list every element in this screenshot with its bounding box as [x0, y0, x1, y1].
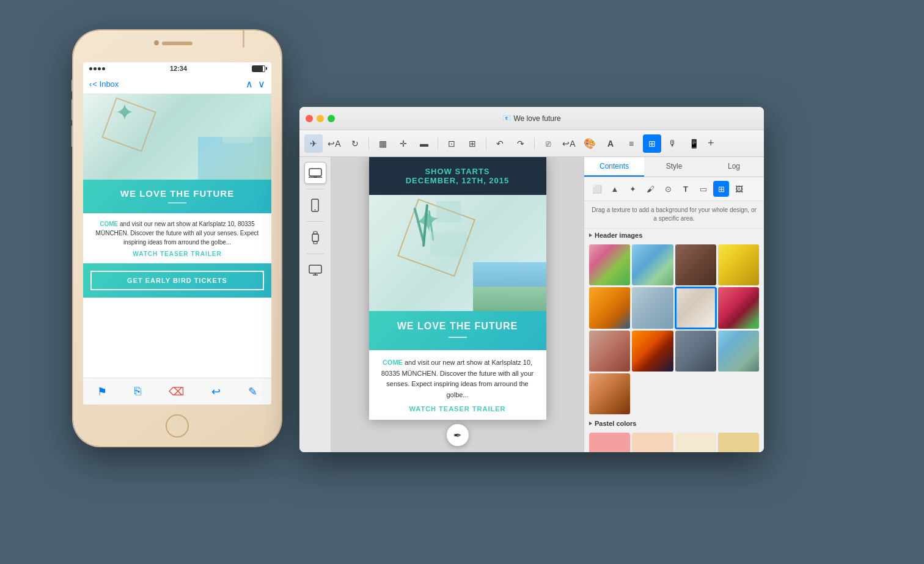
device-button[interactable]: 📱 [684, 134, 703, 153]
ground-section [473, 287, 546, 311]
fonts-button[interactable]: A [601, 134, 620, 153]
colors-button[interactable]: 🎨 [581, 134, 599, 153]
folder-icon[interactable]: ⎘ [134, 385, 141, 398]
flag-icon[interactable]: ⚑ [97, 385, 107, 398]
laptop-icon[interactable] [304, 162, 326, 184]
trash-icon[interactable]: ⌫ [169, 385, 184, 398]
align-button[interactable]: ✛ [394, 134, 413, 153]
pen-tool-button[interactable]: ✒ [447, 424, 469, 446]
email-nav-bar: ‹ < Inbox ∧ ∨ [83, 75, 271, 94]
close-button[interactable] [306, 115, 313, 122]
tv-icon[interactable] [304, 259, 326, 281]
rect-icon[interactable]: ⬜ [589, 181, 605, 197]
side-separator-1 [307, 189, 324, 189]
grid-button[interactable]: ⊞ [643, 134, 661, 153]
text-wrap-button[interactable]: ↩A [325, 134, 343, 153]
tab-style[interactable]: Style [644, 157, 704, 177]
redo-button[interactable]: ↻ [346, 134, 364, 153]
phone-toolbar: ⚑ ⎘ ⌫ ↩ ✎ [83, 378, 271, 405]
device-panel [299, 157, 331, 452]
image-thumb-pier[interactable] [675, 331, 716, 372]
bg-rect-1 [430, 232, 467, 256]
format-button[interactable]: ≡ [622, 134, 640, 153]
rotate-left-button[interactable]: ↶ [491, 134, 509, 153]
minimize-button[interactable] [317, 115, 324, 122]
iphone-speaker [162, 42, 193, 45]
star-icon[interactable]: ✦ [625, 181, 640, 197]
image-thumb-wood[interactable] [675, 244, 716, 285]
fullscreen-button[interactable] [328, 115, 335, 122]
phone-icon[interactable] [304, 194, 326, 216]
add-button[interactable]: + [708, 137, 714, 150]
swatch-cream[interactable] [675, 433, 716, 452]
color-swatch-grid [584, 430, 764, 452]
image-thumb-yellow[interactable] [718, 244, 759, 285]
signal-dot-2 [94, 67, 97, 70]
image-adjust-button[interactable]: ⎚ [539, 134, 557, 153]
landscape-overlay [198, 137, 271, 180]
camera-icon[interactable]: ⊙ [660, 181, 676, 197]
titlebar: 📧 We love future [299, 107, 764, 130]
canvas-body-section: COME and visit our new art show at Karls… [369, 350, 546, 420]
text-icon[interactable]: T [678, 181, 694, 197]
image-thumb-road[interactable] [632, 244, 673, 285]
watch-icon[interactable] [304, 227, 326, 249]
compose-icon[interactable]: ✎ [248, 385, 257, 398]
watch-teaser-link[interactable]: WATCH TEASER TRAILER [92, 251, 263, 257]
canvas-header: SHOW STARTS DECEMBER, 12TH, 2015 [369, 157, 546, 195]
battery-fill [252, 66, 263, 71]
reply-icon[interactable]: ↩ [211, 385, 221, 398]
sky-section [473, 262, 546, 287]
early-bird-button[interactable]: GET EARLY BIRD TICKETS [90, 271, 264, 290]
toolbar: ✈ ↩A ↻ ▦ ✛ ▬ ⊡ ⊞ ↶ ↷ ⎚ ↩A 🎨 A ≡ ⊞ 🎙 📱 + [299, 130, 764, 157]
bg-box-1 [222, 112, 253, 143]
canvas-watch-link[interactable]: WATCH TEASER TRAILER [379, 405, 537, 412]
iphone-camera [154, 40, 159, 45]
toolbar-separator-2 [438, 137, 438, 150]
status-bar: 12:34 [83, 62, 271, 75]
canvas-body-text: COME and visit our new art show at Karls… [379, 357, 537, 400]
toolbar-separator-3 [486, 137, 486, 150]
toolbar-separator-1 [369, 137, 369, 150]
back-arrange-button[interactable]: ⊡ [442, 134, 461, 153]
ruler-button[interactable]: ▬ [415, 134, 433, 153]
image-thumb-coast[interactable] [632, 287, 673, 328]
image-thumb-flowers[interactable] [589, 244, 630, 285]
image-thumb-ferris[interactable] [589, 287, 630, 328]
window-title: 📧 We love future [502, 114, 560, 123]
tab-log[interactable]: Log [704, 157, 764, 177]
swatch-peach[interactable] [632, 433, 673, 452]
image-icon[interactable]: 🖼 [731, 181, 747, 197]
image-thumb-desert[interactable] [589, 373, 630, 414]
swatch-yellow[interactable] [718, 433, 759, 452]
grid-active-icon[interactable]: ⊞ [713, 181, 729, 197]
back-button[interactable]: ‹ < Inbox [89, 79, 119, 89]
iphone-home-button[interactable] [166, 414, 189, 438]
section-triangle-icon [589, 233, 592, 237]
image-thumb-hands[interactable] [589, 331, 630, 372]
next-email-button[interactable]: ∨ [258, 78, 265, 90]
pastel-colors-section-label: Pastel colors [584, 417, 764, 430]
mic-button[interactable]: 🎙 [664, 134, 682, 153]
canvas-teal-section: WE LOVE THE FUTURE [369, 311, 546, 350]
send-button[interactable]: ✈ [304, 134, 323, 153]
image-thumb-tulips[interactable] [718, 287, 759, 328]
prev-email-button[interactable]: ∧ [246, 78, 253, 90]
iphone-silent-button [72, 79, 73, 92]
canvas-show-date: DECEMBER, 12TH, 2015 [379, 176, 537, 185]
frame-icon[interactable]: ▭ [695, 181, 711, 197]
image-thumb-dock[interactable] [718, 331, 759, 372]
image-thumb-sunset[interactable] [632, 331, 673, 372]
image-thumb-coffee[interactable] [675, 287, 716, 328]
swatch-pink[interactable] [589, 433, 630, 452]
layout-button[interactable]: ▦ [373, 134, 392, 153]
front-arrange-button[interactable]: ⊞ [463, 134, 482, 153]
rotate-right-button[interactable]: ↷ [512, 134, 530, 153]
iphone-power-button [243, 29, 244, 48]
triangle-icon[interactable]: ▲ [607, 181, 623, 197]
svg-rect-5 [312, 234, 318, 241]
signal-dot-3 [98, 67, 101, 70]
tab-contents[interactable]: Contents [584, 157, 644, 177]
undo2-button[interactable]: ↩A [560, 134, 578, 153]
brush-icon[interactable]: 🖌 [642, 181, 658, 197]
